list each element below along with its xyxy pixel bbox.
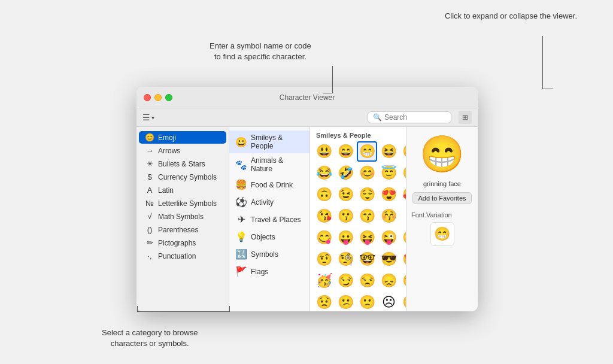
emoji-cell[interactable]: 🤩 [400,249,406,269]
content-area: 😊Emoji→Arrows✳Bullets & Stars$Currency S… [136,127,478,311]
category-item-food--drink[interactable]: 🍔Food & Drink [229,176,309,193]
emoji-cell[interactable]: 😏 [335,271,356,291]
emoji-cell[interactable]: 😊 [357,163,377,183]
emoji-cell[interactable]: 🥰 [400,184,406,205]
emoji-cell[interactable]: 😃 [314,141,334,162]
emoji-cell[interactable]: 😍 [378,184,399,205]
emoji-cell[interactable]: 😅 [400,141,406,162]
sidebar-item-math-symbols[interactable]: √Math Symbols [139,210,226,223]
emoji-cell[interactable]: 🧐 [335,249,356,269]
sidebar-item-parentheses[interactable]: ()Parentheses [139,223,226,236]
emoji-cell[interactable]: 😚 [378,206,399,226]
sidebar-item-icon: № [145,199,154,208]
sidebar-toggle-button[interactable]: ☰ ▾ [142,113,154,122]
emoji-section-title: Smileys & People [314,131,402,141]
emoji-cell[interactable]: 😛 [335,228,356,248]
emoji-grid: 😃😄😁😆😅😂🤣😊😇🙂🙃😉😌😍🥰😘😗😙😚☺😋😛😝😜🤪🤨🧐🤓😎🤩🥳😏😒😞😔😟😕🙁☹😣… [314,141,402,311]
titlebar: Character Viewer [136,87,478,108]
sidebar-item-icon: A [145,186,154,195]
emoji-cell[interactable]: 🥳 [314,271,334,291]
search-annotation-text: Enter a symbol name or code to find a sp… [210,41,311,61]
emoji-cell[interactable]: ☹ [378,292,399,311]
emoji-cell[interactable]: 😣 [400,292,406,311]
category-icon: 🔣 [235,248,247,260]
emoji-cell[interactable]: 🤣 [335,163,356,183]
close-button[interactable] [144,94,151,101]
character-viewer-window: Character Viewer ☰ ▾ 🔍 ⊞ 😊Emoji→Arrows✳B… [136,87,478,311]
sidebar-item-icon: √ [145,212,154,221]
sidebar-item-pictographs[interactable]: ✏Pictographs [139,236,226,249]
emoji-cell[interactable]: 😞 [378,271,399,291]
emoji-cell[interactable]: ☺ [400,206,406,226]
sidebar-item-punctuation[interactable]: ·,Punctuation [139,250,226,262]
emoji-cell[interactable]: 😔 [400,271,406,291]
emoji-cell[interactable]: 😕 [335,292,356,311]
emoji-cell[interactable]: 😜 [378,228,399,248]
category-item-travel--places[interactable]: ✈Travel & Places [229,211,309,228]
emoji-cell[interactable]: 😎 [378,249,399,269]
category-label: Smileys & People [251,134,304,150]
search-bar[interactable]: 🔍 [368,111,451,123]
emoji-cell[interactable]: 🤪 [400,228,406,248]
category-label: Activity [251,198,274,207]
expand-collapse-button[interactable]: ⊞ [459,111,472,124]
left-sidebar: 😊Emoji→Arrows✳Bullets & Stars$Currency S… [136,127,229,311]
emoji-cell[interactable]: 🤨 [314,249,334,269]
emoji-cell[interactable]: 😝 [357,228,377,248]
toolbar: ☰ ▾ 🔍 ⊞ [136,108,478,127]
emoji-area: Smileys & People 😃😄😁😆😅😂🤣😊😇🙂🙃😉😌😍🥰😘😗😙😚☺😋😛😝… [310,127,406,311]
sidebar-item-label: Emoji [158,134,176,142]
sidebar-toggle-icon: ☰ [142,113,150,122]
emoji-cell[interactable]: 😂 [314,163,334,183]
minimize-button[interactable] [154,94,162,101]
category-label: Food & Drink [251,181,293,189]
sidebar-item-icon: ✳ [145,159,154,168]
emoji-cell[interactable]: 🙁 [357,292,377,311]
sidebar-item-label: Arrows [158,147,180,155]
sidebar-item-arrows[interactable]: →Arrows [139,144,226,157]
emoji-cell[interactable]: 🤓 [357,249,377,269]
sidebar-item-emoji[interactable]: 😊Emoji [139,131,226,144]
sidebar-item-label: Bullets & Stars [158,160,205,168]
category-label: Objects [251,233,275,241]
emoji-cell[interactable]: 😌 [357,184,377,205]
category-item-activity[interactable]: ⚽Activity [229,193,309,211]
emoji-cell[interactable]: 😟 [314,292,334,311]
category-icon: 🐾 [235,159,247,171]
category-icon: 💡 [235,231,247,242]
sidebar-item-latin[interactable]: ALatin [139,184,226,196]
sidebar-item-icon: ·, [145,251,154,260]
expand-annotation: Click to expand or collapse the viewer. [445,11,577,22]
fullscreen-button[interactable] [165,94,172,101]
category-item-symbols[interactable]: 🔣Symbols [229,245,309,263]
sidebar-item-letterlike-symbols[interactable]: №Letterlike Symbols [139,197,226,210]
emoji-cell[interactable]: 😉 [335,184,356,205]
emoji-cell[interactable]: 🙃 [314,184,334,205]
emoji-cell[interactable]: 🙂 [400,163,406,183]
emoji-cell[interactable]: 😁 [357,141,377,162]
emoji-cell[interactable]: 😋 [314,228,334,248]
search-input[interactable] [384,113,446,122]
emoji-cell[interactable]: 😒 [357,271,377,291]
category-item-flags[interactable]: 🚩Flags [229,263,309,280]
add-favorites-button[interactable]: Add to Favorites [412,192,471,204]
emoji-cell[interactable]: 😙 [357,206,377,226]
category-item-objects[interactable]: 💡Objects [229,228,309,245]
emoji-cell[interactable]: 😆 [378,141,399,162]
category-item-animals--nature[interactable]: 🐾Animals & Nature [229,153,309,176]
emoji-cell[interactable]: 😗 [335,206,356,226]
emoji-cell[interactable]: 😇 [378,163,399,183]
sidebar-item-currency-symbols[interactable]: $Currency Symbols [139,171,226,183]
sidebar-item-label: Currency Symbols [158,173,217,181]
emoji-cell[interactable]: 😄 [335,141,356,162]
emoji-cell[interactable]: 😘 [314,206,334,226]
sidebar-item-label: Math Symbols [158,213,204,221]
sidebar-item-icon: () [145,225,154,234]
detail-panel: 😁 grinning face Add to Favorites Font Va… [406,127,478,311]
search-icon: 🔍 [373,113,382,122]
detail-emoji: 😁 [420,133,465,175]
sidebar-item-icon: ✏ [145,238,154,247]
category-annotation: Select a category to browse characters o… [102,327,198,349]
sidebar-item-bullets--stars[interactable]: ✳Bullets & Stars [139,157,226,170]
category-item-smileys--people[interactable]: 😀Smileys & People [229,131,309,153]
